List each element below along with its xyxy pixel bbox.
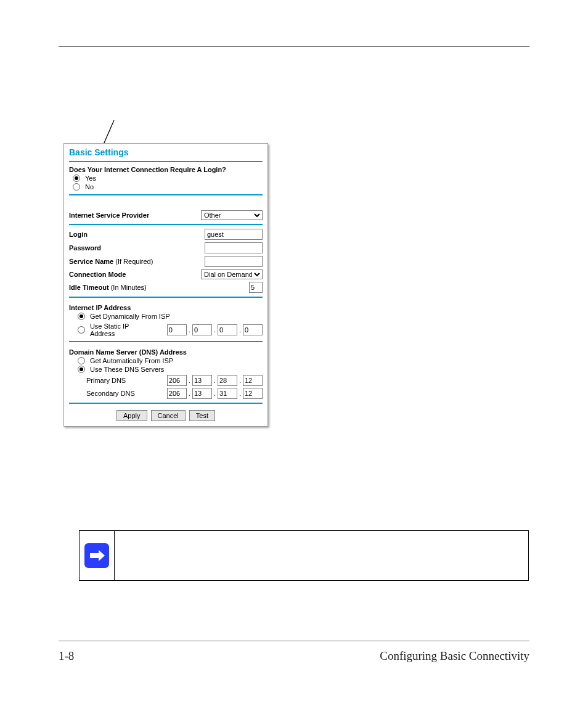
- secondary-dns-octet-1[interactable]: [167, 388, 187, 399]
- dns-auto-radio[interactable]: [78, 357, 85, 364]
- cancel-button[interactable]: Cancel: [151, 410, 186, 421]
- static-ip-octet-3[interactable]: [218, 324, 237, 335]
- arrow-right-icon: [84, 543, 109, 568]
- secondary-dns-octet-3[interactable]: [218, 388, 237, 399]
- svg-rect-2: [90, 553, 99, 558]
- idle-timeout-input[interactable]: [249, 282, 263, 293]
- divider: [69, 194, 263, 195]
- dns-auto-option[interactable]: Get Automatically From ISP: [78, 357, 263, 364]
- isp-select[interactable]: Other: [201, 210, 263, 220]
- note-box: [79, 530, 529, 581]
- login-question-label: Does Your Internet Connection Require A …: [69, 166, 263, 173]
- static-ip-octet-2[interactable]: [192, 324, 212, 335]
- primary-dns-group: . . .: [167, 375, 263, 386]
- connection-mode-select[interactable]: Dial on Demand: [201, 269, 263, 279]
- footer-divider: [59, 641, 529, 641]
- ip-section-header: Internet IP Address: [69, 304, 263, 311]
- apply-button[interactable]: Apply: [116, 410, 147, 421]
- dns-manual-radio[interactable]: [78, 366, 85, 373]
- divider: [69, 297, 263, 298]
- isp-label: Internet Service Provider: [69, 211, 149, 219]
- static-ip-octet-1[interactable]: [167, 324, 187, 335]
- login-input[interactable]: [205, 229, 263, 240]
- service-name-note: (If Required): [115, 258, 153, 265]
- ip-dynamic-radio[interactable]: [78, 313, 85, 320]
- page-number: 1-8: [59, 649, 74, 663]
- connection-mode-label: Connection Mode: [69, 271, 126, 278]
- note-icon-cell: [80, 531, 115, 580]
- login-no-label: No: [85, 183, 94, 191]
- login-yes-radio[interactable]: [73, 174, 80, 182]
- ip-static-radio[interactable]: [78, 326, 85, 334]
- primary-dns-octet-2[interactable]: [192, 375, 212, 386]
- login-yes-label: Yes: [85, 174, 96, 182]
- static-ip-octet-4[interactable]: [243, 324, 263, 335]
- divider: [69, 403, 263, 404]
- test-button[interactable]: Test: [189, 410, 215, 421]
- secondary-dns-octet-2[interactable]: [192, 388, 212, 399]
- login-no-radio[interactable]: [73, 183, 80, 191]
- secondary-dns-label: Secondary DNS: [86, 390, 135, 397]
- basic-settings-panel: Basic Settings Does Your Internet Connec…: [63, 143, 268, 427]
- primary-dns-octet-3[interactable]: [218, 375, 237, 386]
- secondary-dns-group: . . .: [167, 388, 263, 399]
- primary-dns-octet-4[interactable]: [243, 375, 263, 386]
- login-label: Login: [69, 231, 88, 238]
- dns-manual-option[interactable]: Use These DNS Servers: [78, 366, 263, 373]
- ip-static-option[interactable]: Use Static IP Address: [78, 322, 155, 337]
- divider: [69, 224, 263, 225]
- login-yes-option[interactable]: Yes: [73, 174, 263, 182]
- note-content: [115, 531, 528, 580]
- ip-dynamic-option[interactable]: Get Dynamically From ISP: [78, 313, 263, 320]
- ip-static-label: Use Static IP Address: [90, 322, 155, 337]
- svg-marker-3: [99, 550, 105, 561]
- divider: [69, 161, 263, 162]
- divider: [69, 341, 263, 342]
- dns-auto-label: Get Automatically From ISP: [90, 357, 173, 364]
- idle-timeout-label: Idle Timeout: [69, 284, 109, 291]
- password-input[interactable]: [205, 242, 263, 253]
- primary-dns-octet-1[interactable]: [167, 375, 187, 386]
- static-ip-group: . . .: [167, 324, 263, 335]
- dns-manual-label: Use These DNS Servers: [90, 366, 164, 373]
- idle-timeout-unit: (In Minutes): [111, 284, 147, 291]
- primary-dns-label: Primary DNS: [86, 377, 126, 384]
- panel-title: Basic Settings: [69, 147, 263, 157]
- ip-dynamic-label: Get Dynamically From ISP: [90, 313, 170, 320]
- secondary-dns-octet-4[interactable]: [243, 388, 263, 399]
- service-name-input[interactable]: [205, 256, 263, 267]
- service-name-label: Service Name: [69, 258, 113, 265]
- dns-section-header: Domain Name Server (DNS) Address: [69, 348, 263, 356]
- password-label: Password: [69, 244, 101, 252]
- login-no-option[interactable]: No: [73, 183, 263, 191]
- section-title: Configuring Basic Connectivity: [380, 649, 529, 663]
